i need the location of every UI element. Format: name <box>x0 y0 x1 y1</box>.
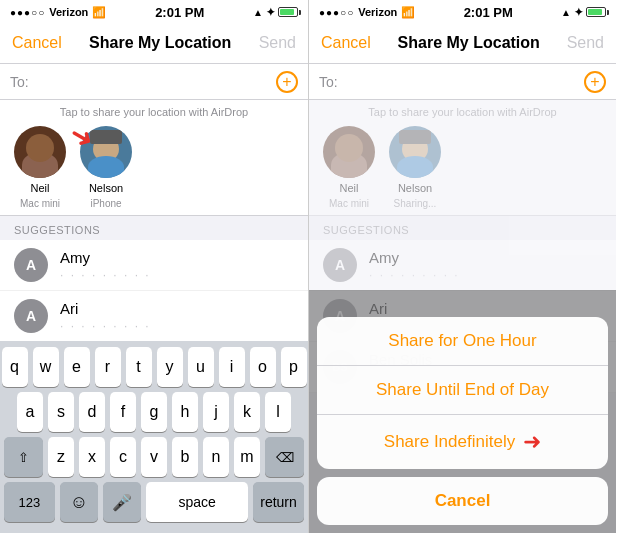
neil-name: Neil <box>31 182 50 194</box>
cancel-button[interactable]: Cancel <box>12 34 62 52</box>
key-o[interactable]: o <box>250 347 276 387</box>
share-one-hour-button[interactable]: Share for One Hour <box>317 317 608 366</box>
airdrop-person-nelson-right[interactable]: Nelson Sharing... <box>389 126 441 209</box>
location-icon-right: ▲ <box>561 7 571 18</box>
amy-info-right: Amy · · · · · · · · · <box>369 249 460 282</box>
key-w[interactable]: w <box>33 347 59 387</box>
cancel-button-right[interactable]: Cancel <box>321 34 371 52</box>
airdrop-hint-right: Tap to share your location with AirDrop <box>319 106 606 118</box>
to-label-right: To: <box>319 74 338 90</box>
carrier-label: Verizon <box>49 6 88 18</box>
key-r[interactable]: r <box>95 347 121 387</box>
ari-name: Ari <box>60 300 151 317</box>
ari-detail: · · · · · · · · · <box>60 319 151 333</box>
nav-bar-right: Cancel Share My Location Send <box>309 22 616 64</box>
status-left: ●●●○○ Verizon 📶 <box>10 6 106 19</box>
numbers-key[interactable]: 123 <box>4 482 55 522</box>
bluetooth-icon: ✦ <box>266 6 275 19</box>
suggestions-label-right: SUGGESTIONS <box>309 216 616 240</box>
send-button[interactable]: Send <box>259 34 296 52</box>
amy-avatar: A <box>14 248 48 282</box>
key-k[interactable]: k <box>234 392 260 432</box>
action-sheet-overlay: Share for One Hour Share Until End of Da… <box>309 290 616 533</box>
nelson-name: Nelson <box>89 182 123 194</box>
key-row-4: 123 ☺ 🎤 space return <box>4 482 304 522</box>
mic-key[interactable]: 🎤 <box>103 482 141 522</box>
battery-icon-right <box>586 7 606 17</box>
to-field: To: + <box>0 64 308 100</box>
key-c[interactable]: c <box>110 437 136 477</box>
ari-info: Ari · · · · · · · · · <box>60 300 151 333</box>
ari-avatar: A <box>14 299 48 333</box>
key-y[interactable]: y <box>157 347 183 387</box>
battery-icon <box>278 7 298 17</box>
key-v[interactable]: v <box>141 437 167 477</box>
amy-name: Amy <box>60 249 151 266</box>
amy-avatar-right: A <box>323 248 357 282</box>
key-s[interactable]: s <box>48 392 74 432</box>
key-d[interactable]: d <box>79 392 105 432</box>
key-t[interactable]: t <box>126 347 152 387</box>
action-cancel-button[interactable]: Cancel <box>317 477 608 525</box>
to-field-right: To: + <box>309 64 616 100</box>
nelson-name-right: Nelson <box>398 182 432 194</box>
space-key[interactable]: space <box>146 482 248 522</box>
key-f[interactable]: f <box>110 392 136 432</box>
action-sheet-group: Share for One Hour Share Until End of Da… <box>317 317 608 469</box>
suggestion-ari[interactable]: A Ari · · · · · · · · · <box>0 291 308 342</box>
nelson-avatar-right <box>389 126 441 178</box>
delete-key[interactable]: ⌫ <box>265 437 304 477</box>
bluetooth-icon-right: ✦ <box>574 6 583 19</box>
amy-detail: · · · · · · · · · <box>60 268 151 282</box>
airdrop-person-neil[interactable]: Neil Mac mini <box>14 126 66 209</box>
key-p[interactable]: p <box>281 347 307 387</box>
amy-detail-right: · · · · · · · · · <box>369 268 460 282</box>
key-row-3: ⇧ z x c v b n m ⌫ <box>4 437 304 477</box>
left-phone: ●●●○○ Verizon 📶 2:01 PM ▲ ✦ Cancel Share… <box>0 0 308 533</box>
key-l[interactable]: l <box>265 392 291 432</box>
amy-name-right: Amy <box>369 249 460 266</box>
key-b[interactable]: b <box>172 437 198 477</box>
signal-icon-right: ●●●○○ <box>319 7 354 18</box>
to-label: To: <box>10 74 29 90</box>
emoji-key[interactable]: ☺ <box>60 482 98 522</box>
key-g[interactable]: g <box>141 392 167 432</box>
key-a[interactable]: a <box>17 392 43 432</box>
wifi-icon-right: 📶 <box>401 6 415 19</box>
key-u[interactable]: u <box>188 347 214 387</box>
key-x[interactable]: x <box>79 437 105 477</box>
key-e[interactable]: e <box>64 347 90 387</box>
neil-name-right: Neil <box>340 182 359 194</box>
suggestion-amy[interactable]: A Amy · · · · · · · · · <box>0 240 308 291</box>
key-h[interactable]: h <box>172 392 198 432</box>
time-label-right: 2:01 PM <box>464 5 513 20</box>
airdrop-person-neil-right[interactable]: Neil Mac mini <box>323 126 375 209</box>
return-key[interactable]: return <box>253 482 304 522</box>
status-right-right: ▲ ✦ <box>561 6 606 19</box>
send-button-right[interactable]: Send <box>567 34 604 52</box>
key-i[interactable]: i <box>219 347 245 387</box>
share-end-of-day-button[interactable]: Share Until End of Day <box>317 366 608 415</box>
signal-icon: ●●●○○ <box>10 7 45 18</box>
add-recipient-button-right[interactable]: + <box>584 71 606 93</box>
to-input[interactable] <box>35 74 270 90</box>
nelson-avatar <box>80 126 132 178</box>
keyboard: q w e r t y u i o p a s d f g h j k l ⇧ … <box>0 341 308 533</box>
red-arrow-indefinitely-icon: ➜ <box>523 429 541 455</box>
status-left-right: ●●●○○ Verizon 📶 <box>319 6 415 19</box>
key-n[interactable]: n <box>203 437 229 477</box>
location-icon: ▲ <box>253 7 263 18</box>
nelson-sub: iPhone <box>90 198 121 209</box>
share-indefinitely-button[interactable]: Share Indefinitely ➜ <box>317 415 608 469</box>
key-z[interactable]: z <box>48 437 74 477</box>
to-input-right[interactable] <box>344 74 578 90</box>
add-recipient-button[interactable]: + <box>276 71 298 93</box>
key-m[interactable]: m <box>234 437 260 477</box>
key-j[interactable]: j <box>203 392 229 432</box>
amy-info: Amy · · · · · · · · · <box>60 249 151 282</box>
airdrop-person-nelson[interactable]: Nelson iPhone <box>80 126 132 209</box>
key-q[interactable]: q <box>2 347 28 387</box>
shift-key[interactable]: ⇧ <box>4 437 43 477</box>
wifi-icon: 📶 <box>92 6 106 19</box>
carrier-label-right: Verizon <box>358 6 397 18</box>
